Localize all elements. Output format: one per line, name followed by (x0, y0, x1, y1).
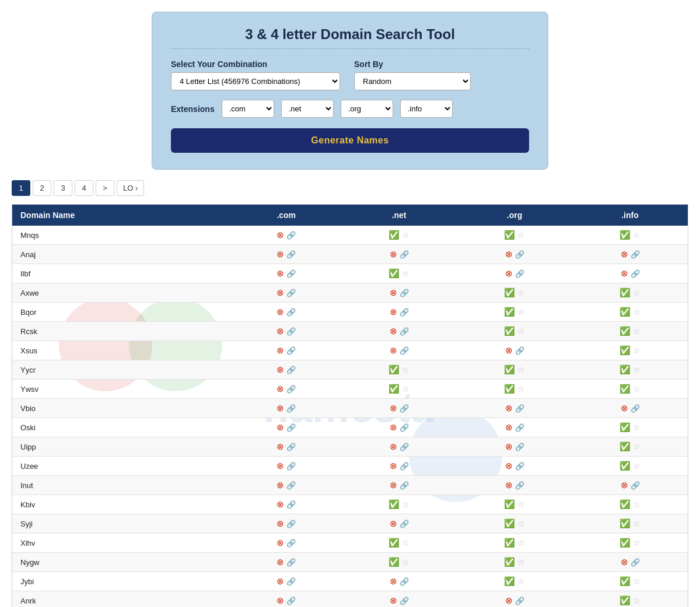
com-cell: ⊗ 🔗 (231, 437, 341, 457)
ext-select-com[interactable]: .com (222, 100, 274, 118)
cell-check-star: ✅ ☆ (504, 287, 525, 298)
domain-name-cell: Xsus (12, 341, 231, 360)
org-cell: ⊗ 🔗 (457, 341, 572, 360)
link-icon: 🔗 (286, 404, 296, 413)
net-cell: ⊗ 🔗 (341, 476, 457, 495)
generate-button[interactable]: Generate Names (171, 128, 529, 153)
com-cell: ⊗ 🔗 (231, 380, 341, 399)
cell-x-link: ⊗ 🔗 (390, 461, 409, 471)
org-cell: ✅ ☆ (457, 322, 572, 341)
ext-select-net[interactable]: .net (281, 100, 334, 118)
net-cell: ⊗ 🔗 (341, 457, 457, 476)
table-row: Axwe ⊗ 🔗 ⊗ 🔗 ✅ ☆ ✅ ☆ (12, 283, 688, 303)
domain-name-cell: Yycr (12, 360, 231, 380)
pagination-top: 1 2 3 4 > LO › (12, 180, 688, 196)
cell-check-star: ✅ ☆ (620, 384, 640, 394)
link-icon: 🔗 (286, 500, 296, 509)
page-btn-3-top[interactable]: 3 (54, 180, 72, 196)
check-icon: ✅ (620, 307, 631, 317)
cell-x-link: ⊗ 🔗 (276, 461, 296, 471)
cell-x-link: ⊗ 🔗 (505, 441, 524, 452)
page-btn-1-top[interactable]: 1 (12, 180, 30, 196)
table-body: Mnqs ⊗ 🔗 ✅ ☆ ✅ ☆ ✅ ☆ Anaj ⊗ 🔗 (12, 226, 688, 607)
x-icon: ⊗ (276, 595, 284, 606)
cell-x-link: ⊗ 🔗 (390, 326, 409, 336)
check-icon: ✅ (388, 557, 400, 567)
cell-x-link: ⊗ 🔗 (276, 576, 296, 587)
star-icon: ☆ (633, 230, 640, 240)
com-cell: ⊗ 🔗 (231, 514, 341, 534)
page-btn-lo-top[interactable]: LO › (117, 180, 144, 196)
link-icon: 🔗 (515, 597, 524, 605)
cell-x-link: ⊗ 🔗 (276, 518, 296, 529)
net-cell: ⊗ 🔗 (341, 245, 457, 264)
page-btn-next-top[interactable]: > (96, 180, 114, 196)
info-cell: ✅ ☆ (572, 418, 688, 437)
cell-x-link: ⊗ 🔗 (390, 595, 409, 606)
org-cell: ✅ ☆ (457, 380, 572, 399)
net-cell: ⊗ 🔗 (341, 399, 457, 418)
check-icon: ✅ (504, 287, 515, 298)
cell-check-star: ✅ ☆ (620, 345, 640, 356)
combination-select[interactable]: 3 Letter List (17576 Combinations) 4 Let… (171, 72, 340, 90)
sort-group: Sort By Random Alphabetical Reverse (354, 59, 471, 90)
cell-x-link: ⊗ 🔗 (276, 326, 296, 336)
page-btn-4-top[interactable]: 4 (75, 180, 93, 196)
col-domain: Domain Name (12, 205, 231, 226)
link-icon: 🔗 (400, 327, 409, 336)
cell-check-star: ✅ ☆ (620, 422, 640, 433)
star-icon: ☆ (633, 500, 640, 509)
check-icon: ✅ (504, 557, 515, 567)
x-icon: ⊗ (390, 403, 397, 413)
x-icon: ⊗ (276, 441, 284, 452)
cell-x-link: ⊗ 🔗 (621, 480, 640, 490)
cell-check-star: ✅ ☆ (620, 518, 640, 529)
link-icon: 🔗 (515, 404, 524, 413)
com-cell: ⊗ 🔗 (231, 360, 341, 380)
cell-x-link: ⊗ 🔗 (390, 249, 409, 259)
org-cell: ⊗ 🔗 (457, 418, 572, 437)
cell-x-link: ⊗ 🔗 (505, 268, 524, 279)
info-cell: ✅ ☆ (572, 514, 688, 534)
star-icon: ☆ (402, 269, 410, 278)
x-icon: ⊗ (505, 268, 513, 279)
cell-x-link: ⊗ 🔗 (505, 461, 524, 471)
page-btn-2-top[interactable]: 2 (33, 180, 51, 196)
x-icon: ⊗ (390, 518, 397, 529)
x-icon: ⊗ (390, 345, 397, 356)
ext-select-org[interactable]: .org (341, 100, 393, 118)
cell-x-link: ⊗ 🔗 (390, 518, 409, 529)
cell-x-link: ⊗ 🔗 (276, 287, 296, 298)
link-icon: 🔗 (400, 443, 409, 451)
ext-select-info[interactable]: .info (400, 100, 453, 118)
extensions-label: Extensions (171, 104, 215, 114)
cell-x-link: ⊗ 🔗 (276, 441, 296, 452)
cell-x-link: ⊗ 🔗 (276, 364, 296, 375)
star-icon: ☆ (633, 461, 640, 471)
check-icon: ✅ (620, 287, 631, 298)
star-icon: ☆ (517, 327, 525, 336)
cell-check-star: ✅ ☆ (388, 364, 410, 375)
domain-name-cell: Nygw (12, 553, 231, 572)
check-icon: ✅ (620, 230, 631, 240)
cell-check-star: ✅ ☆ (620, 499, 640, 510)
check-icon: ✅ (620, 364, 631, 375)
cell-x-link: ⊗ 🔗 (390, 480, 409, 490)
org-cell: ⊗ 🔗 (457, 399, 572, 418)
org-cell: ⊗ 🔗 (457, 476, 572, 495)
link-icon: 🔗 (515, 346, 524, 355)
x-icon: ⊗ (276, 403, 284, 413)
link-icon: 🔗 (400, 250, 409, 259)
cell-x-link: ⊗ 🔗 (390, 422, 409, 433)
link-icon: 🔗 (515, 481, 524, 490)
star-icon: ☆ (517, 365, 525, 374)
link-icon: 🔗 (631, 558, 640, 567)
sort-select[interactable]: Random Alphabetical Reverse (354, 72, 471, 90)
x-icon: ⊗ (621, 480, 628, 490)
info-cell: ✅ ☆ (572, 303, 688, 322)
org-cell: ⊗ 🔗 (457, 457, 572, 476)
net-cell: ✅ ☆ (341, 553, 457, 572)
com-cell: ⊗ 🔗 (231, 226, 341, 245)
check-icon: ✅ (620, 326, 631, 336)
table-row: Oski ⊗ 🔗 ⊗ 🔗 ⊗ 🔗 ✅ ☆ (12, 418, 688, 437)
